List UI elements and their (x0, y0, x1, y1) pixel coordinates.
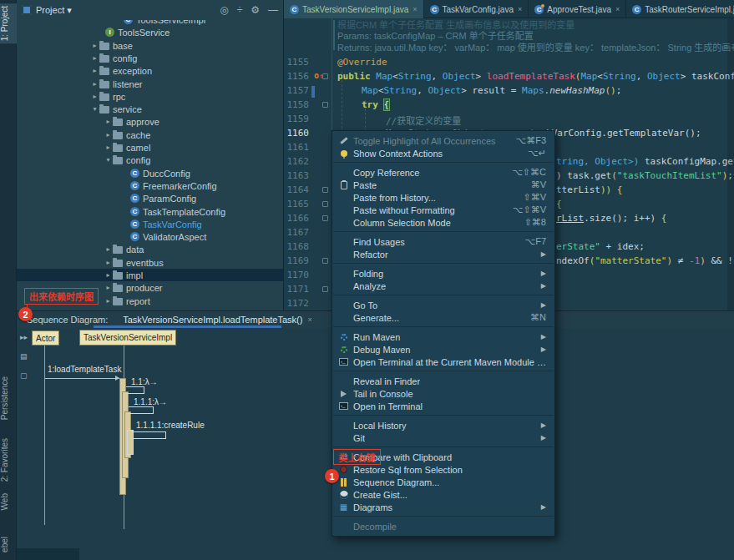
close-icon[interactable]: × (615, 5, 620, 13)
tree-item-tasktemplateconfig[interactable]: CTaskTemplateConfig (17, 205, 283, 218)
menu-item-paste-from-history[interactable]: Paste from History...⇧⌘V (332, 191, 554, 204)
menu-item-copy-reference[interactable]: Copy Reference⌥⇧⌘C (332, 166, 554, 179)
tree-item-config[interactable]: ▾config (17, 154, 283, 166)
menu-item-restore-sql-from-selection[interactable]: Restore Sql from Selection (332, 463, 554, 476)
line-number[interactable]: 1172 (284, 298, 309, 309)
tree-item-impl[interactable]: ▸impl (17, 269, 283, 281)
menu-item-git[interactable]: Git▶ (332, 431, 554, 444)
close-icon[interactable]: × (413, 5, 417, 13)
locate-file-icon[interactable]: ◎ (220, 4, 228, 16)
tree-item-data[interactable]: ▸data (17, 243, 283, 255)
menu-item-paste-without-formatting[interactable]: Paste without Formatting⌥⇧⌘V (332, 204, 554, 216)
fold-marker[interactable] (322, 201, 328, 207)
fold-marker[interactable] (322, 102, 328, 108)
tree-item-approve[interactable]: ▸approve (17, 115, 283, 128)
menu-item-create-gist[interactable]: Create Gist... (332, 488, 554, 501)
line-number[interactable]: 1161 (284, 142, 309, 153)
line-number[interactable]: 1167 (284, 227, 309, 238)
tree-expand-arrow[interactable]: ▸ (90, 80, 99, 88)
participant-taskversionserviceimpl[interactable]: TaskVersionServiceImpl (79, 330, 176, 346)
line-number[interactable]: 1164 (284, 184, 309, 195)
menu-item-paste[interactable]: Paste⌘V (332, 179, 554, 191)
collapse-all-icon[interactable]: ÷ (237, 4, 243, 16)
tree-expand-arrow[interactable]: ▸ (90, 42, 99, 49)
diagram-toolbar-icon[interactable]: ▤ (20, 352, 28, 361)
tree-item-paramconfig[interactable]: CParamConfig (17, 192, 283, 204)
fold-marker[interactable] (322, 286, 328, 292)
line-number[interactable]: 1159 (284, 114, 309, 124)
tree-expand-arrow[interactable]: ▸ (104, 245, 113, 253)
fold-marker[interactable] (322, 215, 328, 221)
line-number[interactable]: 1155 (284, 57, 309, 68)
line-number[interactable]: 1157 (284, 85, 309, 96)
tree-expand-arrow[interactable]: ▸ (104, 297, 113, 305)
tree-item-base[interactable]: ▸base (17, 39, 283, 52)
diagram-toolbar-icon[interactable]: ▢ (20, 371, 28, 380)
tree-item-taskvarconfig[interactable]: CTaskVarConfig (17, 218, 283, 230)
line-number[interactable]: 1163 (284, 170, 309, 181)
tool-window-button-web[interactable]: Web (0, 491, 17, 512)
menu-item-generate[interactable]: Generate...⌘N (332, 311, 554, 324)
line-number[interactable]: 1166 (284, 213, 309, 224)
tree-expand-arrow[interactable]: ▸ (104, 259, 113, 266)
tab-taskversionserviceimpl-java[interactable]: CTaskVersionServiceImpl.java× (284, 0, 424, 18)
menu-item-refactor[interactable]: Refactor▶ (332, 248, 554, 260)
close-icon[interactable]: × (518, 5, 522, 13)
tool-window-button-persistence[interactable]: Persistence (0, 374, 17, 422)
tree-expand-arrow[interactable]: ▸ (104, 131, 113, 139)
tree-item-service[interactable]: ▾service (17, 103, 283, 115)
fold-marker[interactable] (322, 258, 328, 264)
fold-marker[interactable] (322, 187, 328, 193)
line-number[interactable]: 1169 (284, 255, 309, 266)
tool-window-button-1-project[interactable]: 1: Project (0, 3, 17, 43)
tree-expand-arrow[interactable]: ▸ (90, 67, 99, 74)
hide-panel-icon[interactable]: — (268, 4, 278, 16)
menu-item-debug-maven[interactable]: Debug Maven▶ (332, 343, 554, 356)
tree-expand-arrow[interactable]: ▸ (104, 118, 113, 125)
tree-expand-arrow[interactable]: ▸ (90, 93, 99, 100)
tree-item-exception[interactable]: ▸exception (17, 64, 283, 77)
tree-item-cache[interactable]: ▸cache (17, 129, 283, 141)
tool-window-button-ebel[interactable]: ebel (0, 534, 17, 555)
menu-item-open-terminal-at-the-current-maven-modul[interactable]: ›_Open Terminal at the Current Maven Mod… (332, 356, 554, 368)
tree-item-rpc[interactable]: ▸rpc (17, 90, 283, 103)
fold-marker[interactable] (322, 73, 328, 79)
tree-item-toolsservice[interactable]: IToolsService (17, 26, 283, 38)
menu-item-reveal-in-finder[interactable]: Reveal in Finder (332, 375, 554, 387)
menu-item-sequence-diagram[interactable]: Sequence Diagram... (332, 476, 554, 488)
tree-expand-arrow[interactable]: ▸ (104, 284, 113, 291)
editor-scrollbar[interactable] (727, 18, 734, 310)
line-number[interactable]: 1171 (284, 284, 309, 295)
close-icon[interactable]: × (307, 315, 311, 324)
menu-item-tail-in-console[interactable]: Tail in Console (332, 387, 554, 400)
tab-taskrouterserviceimpl-java[interactable]: CTaskRouterServiceImpl.java× (626, 0, 734, 18)
menu-item-go-to[interactable]: Go To▶ (332, 299, 554, 311)
menu-item-column-selection-mode[interactable]: Column Selection Mode⇧⌘8 (332, 216, 554, 229)
line-number[interactable]: 1160 (284, 128, 309, 139)
tree-item-duccconfig[interactable]: CDuccConfig (17, 167, 283, 179)
menu-item-run-maven[interactable]: Run Maven▶ (332, 330, 554, 343)
tree-expand-arrow[interactable]: ▾ (104, 156, 113, 164)
line-number[interactable]: 1170 (284, 270, 309, 280)
line-number[interactable]: 1165 (284, 199, 309, 209)
menu-item-open-in-terminal[interactable]: ›_Open in Terminal (332, 400, 554, 412)
line-number[interactable]: 1156 (284, 71, 309, 82)
project-panel-title[interactable]: Project ▾ (36, 5, 72, 16)
tree-item-config[interactable]: ▸config (17, 52, 283, 64)
tree-expand-arrow[interactable]: ▸ (104, 144, 113, 151)
sequence-diagram-tab[interactable]: TaskVersionServiceImpl.loadTemplateTask(… (123, 315, 302, 325)
tab-approvetest-java[interactable]: CApproveTest.java× (529, 0, 626, 18)
tool-window-button-2-favorites[interactable]: 2: Favorites (0, 436, 17, 484)
menu-item-folding[interactable]: Folding▶ (332, 267, 554, 280)
line-number[interactable]: 1162 (284, 156, 309, 167)
menu-item-local-history[interactable]: Local History▶ (332, 419, 554, 431)
menu-item-show-context-actions[interactable]: Show Context Actions⌥↵ (332, 147, 554, 159)
tree-item-validatoraspect[interactable]: CValidatorAspect (17, 230, 283, 243)
tree-expand-arrow[interactable]: ▾ (90, 105, 99, 113)
line-number[interactable]: 1158 (284, 99, 309, 110)
tree-expand-arrow[interactable]: ▸ (104, 271, 113, 279)
tree-expand-arrow[interactable]: ▸ (90, 54, 99, 62)
tree-item-toolsserviceimpl[interactable]: CToolsServiceImpl (17, 20, 283, 26)
menu-item-find-usages[interactable]: Find Usages⌥F7 (332, 235, 554, 248)
tree-item-freemarkerconfig[interactable]: CFreemarkerConfig (17, 179, 283, 192)
